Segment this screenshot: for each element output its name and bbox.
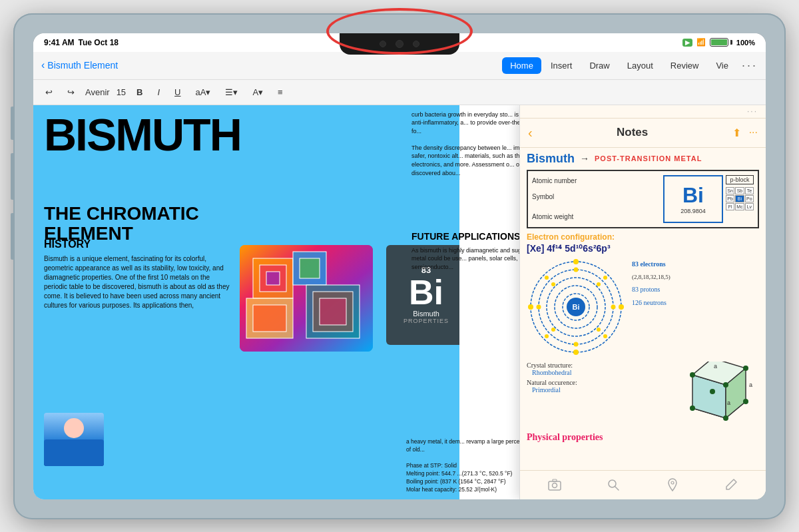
tab-review[interactable]: Review bbox=[663, 57, 707, 74]
svg-rect-7 bbox=[253, 305, 286, 332]
camera-icon-button[interactable] bbox=[545, 475, 564, 494]
element-left-info: Atomic number Symbol Atomic weight bbox=[532, 175, 661, 223]
notes-content: Bismuth → POST-TRANSITION METAL Atomic n… bbox=[520, 148, 766, 470]
atom-row: Bi bbox=[527, 258, 759, 359]
crystal-structure-label: Crystal structure: bbox=[527, 362, 674, 369]
doc-main-title: BISMUTH bbox=[44, 112, 241, 157]
redo-button[interactable]: ↪ bbox=[63, 85, 79, 99]
more-options-button[interactable]: ··· bbox=[742, 59, 758, 73]
svg-point-39 bbox=[690, 405, 695, 411]
svg-point-32 bbox=[597, 282, 601, 286]
facetime-icon: ▶ bbox=[682, 39, 692, 47]
camera-sensor-dot bbox=[380, 41, 386, 47]
tab-view[interactable]: Vie bbox=[708, 57, 736, 74]
notes-menu-icon[interactable]: ··· bbox=[749, 127, 758, 139]
natural-occurrence-label: Natural occurence: bbox=[527, 379, 674, 386]
back-button[interactable]: ‹ Bismuth Element bbox=[41, 59, 118, 71]
notes-more-icon[interactable]: ··· bbox=[747, 107, 758, 116]
italic-button[interactable]: I bbox=[153, 85, 164, 99]
power-button[interactable] bbox=[11, 107, 13, 140]
search-icon-button[interactable] bbox=[604, 475, 623, 494]
camera-lens bbox=[396, 40, 403, 48]
svg-point-30 bbox=[551, 282, 555, 286]
font-color-button[interactable]: A▾ bbox=[248, 85, 267, 99]
wifi-icon: 📶 bbox=[696, 38, 706, 47]
element-symbol-box: Bi 208.9804 bbox=[663, 175, 723, 223]
element-info-box: Atomic number Symbol Atomic weight Bi 20… bbox=[527, 170, 759, 228]
svg-point-53 bbox=[671, 481, 674, 484]
pblock-sb: Sb bbox=[735, 187, 744, 194]
svg-text:a: a bbox=[749, 382, 752, 388]
crystal-text: Crystal structure: Rhombohedral Natural … bbox=[527, 362, 674, 394]
person-image bbox=[44, 413, 104, 466]
notes-header-icons: ⬆ ··· bbox=[732, 127, 758, 139]
svg-point-29 bbox=[545, 334, 549, 338]
bi-element-name: Bismuth bbox=[413, 310, 439, 318]
font-selector[interactable]: Avenir bbox=[85, 87, 110, 97]
crystal-structure-value: Rhombohedral bbox=[532, 369, 674, 376]
pblock-te: Te bbox=[745, 187, 754, 194]
pblock-pb: Pb bbox=[726, 195, 734, 202]
battery-percentage: 100% bbox=[736, 39, 755, 47]
natural-occurrence-value: Primordial bbox=[532, 386, 674, 394]
tab-draw[interactable]: Draw bbox=[581, 57, 617, 74]
font-size[interactable]: 15 bbox=[117, 87, 126, 97]
person-thumbnail bbox=[44, 413, 104, 466]
svg-point-49 bbox=[553, 483, 557, 488]
svg-text:a: a bbox=[714, 363, 717, 370]
doc-hero: BISMUTH THE CHROMATICELEMENT HISTORY Bis… bbox=[33, 105, 459, 499]
electrons-detail: (2,8,18,32,18,5) bbox=[632, 271, 670, 283]
notes-title: Notes bbox=[617, 126, 648, 139]
notes-bottom-toolbar bbox=[520, 470, 766, 499]
volume-down-button[interactable] bbox=[11, 213, 13, 260]
tab-insert[interactable]: Insert bbox=[543, 57, 581, 74]
bold-button[interactable]: B bbox=[133, 85, 146, 99]
status-date: Tue Oct 18 bbox=[79, 38, 119, 47]
notes-back-button[interactable]: ‹ bbox=[528, 125, 533, 140]
back-chevron-icon: ‹ bbox=[41, 59, 45, 71]
notes-panel: ··· ‹ Notes ⬆ ··· bbox=[519, 105, 766, 499]
element-symbol-large: Bi bbox=[682, 183, 704, 208]
volume-up-button[interactable] bbox=[11, 153, 13, 200]
pblock-po: Po bbox=[745, 195, 754, 202]
toolbar: ‹ Bismuth Element Home Insert Draw Layou… bbox=[33, 52, 766, 80]
svg-rect-5 bbox=[300, 258, 320, 278]
person-head bbox=[64, 418, 84, 438]
symbol-label: Symbol bbox=[532, 191, 661, 203]
electrons-label: 83 electrons bbox=[632, 258, 670, 271]
notes-top-bar: ··· bbox=[520, 105, 766, 119]
history-section: HISTORY Bismuth is a unique element, fas… bbox=[44, 238, 230, 310]
status-time: 9:41 AM bbox=[44, 38, 75, 47]
tab-layout[interactable]: Layout bbox=[619, 57, 661, 74]
note-post-transition: POST-TRANSITION METAL bbox=[595, 154, 702, 162]
pencil-icon-button[interactable] bbox=[722, 475, 740, 494]
atom-diagram: Bi bbox=[527, 258, 627, 359]
person-body bbox=[44, 439, 104, 466]
underline-button[interactable]: U bbox=[170, 85, 184, 99]
svg-rect-50 bbox=[553, 479, 557, 481]
pblock-fl: Fl bbox=[726, 203, 734, 210]
crystal-lattice-diagram: a a a bbox=[679, 362, 759, 431]
pblock-lv: Lv bbox=[745, 203, 754, 210]
location-icon-button[interactable] bbox=[663, 475, 682, 494]
pblock-sn: Sn bbox=[726, 187, 734, 194]
svg-point-21 bbox=[619, 304, 624, 310]
note-bismuth-title: Bismuth bbox=[527, 152, 575, 166]
element-mass: 208.9804 bbox=[680, 208, 706, 214]
svg-point-31 bbox=[597, 328, 601, 332]
battery-fill bbox=[711, 39, 727, 45]
atomic-number-label: Atomic number bbox=[532, 175, 661, 187]
svg-rect-3 bbox=[266, 272, 280, 285]
electron-config-formula: [Xe] 4f¹⁴ 5d¹⁰6s²6p³ bbox=[527, 243, 759, 254]
text-size-button[interactable]: aA▾ bbox=[192, 85, 215, 99]
list-button[interactable]: ≡ bbox=[274, 85, 287, 99]
history-text: Bismuth is a unique element, fascinating… bbox=[44, 254, 230, 310]
svg-line-52 bbox=[615, 487, 619, 491]
tab-home[interactable]: Home bbox=[502, 57, 541, 74]
svg-point-19 bbox=[573, 350, 579, 355]
camera-bar bbox=[340, 33, 459, 55]
svg-point-42 bbox=[743, 366, 748, 371]
highlight-button[interactable]: ☰▾ bbox=[221, 85, 242, 99]
notes-share-icon[interactable]: ⬆ bbox=[732, 127, 741, 139]
undo-button[interactable]: ↩ bbox=[41, 85, 57, 99]
